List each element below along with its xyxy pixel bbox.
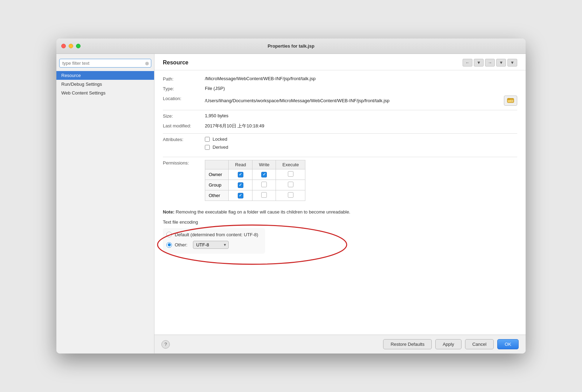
perm-owner-execute[interactable] <box>276 169 305 180</box>
svg-rect-2 <box>507 98 510 100</box>
type-row: Type: File (JSP) <box>163 86 517 91</box>
note-text: Note: Removing the executable flag on a … <box>163 209 517 215</box>
encoding-select[interactable]: UTF-8 UTF-16 ISO-8859-1 US-ASCII <box>193 241 229 249</box>
nav-menu-button[interactable]: ▼ <box>507 59 517 66</box>
svg-rect-3 <box>512 100 513 102</box>
perm-col-write: Write <box>252 160 276 169</box>
apply-button[interactable]: Apply <box>435 339 462 349</box>
locked-label: Locked <box>213 136 227 142</box>
nav-arrows: ← ▼ → ▼ ▼ <box>463 59 517 66</box>
dialog-window: Properties for talk.jsp ⊗ Resource Run/D… <box>56 38 526 354</box>
perm-group-write[interactable] <box>252 180 276 190</box>
bottom-left: ? <box>161 340 170 349</box>
nav-forward-dropdown[interactable]: ▼ <box>496 59 506 66</box>
locked-row: Locked <box>205 136 228 142</box>
main-section-title: Resource <box>163 59 188 66</box>
note-content: Removing the executable flag on a folder… <box>176 209 351 215</box>
modified-value: 2017年6月10日 上午10:18:49 <box>205 123 517 129</box>
default-radio-row: Default (determined from content: UTF-8) <box>166 232 258 237</box>
derived-label: Derived <box>213 145 228 150</box>
modified-row: Last modified: 2017年6月10日 上午10:18:49 <box>163 123 517 129</box>
attributes-label: Attributes: <box>163 136 205 142</box>
filter-input-wrap: ⊗ <box>56 57 154 71</box>
table-row: Other <box>205 190 305 201</box>
location-value: /Users/lihang/Documents/workspace/MicroM… <box>205 98 500 103</box>
sidebar: ⊗ Resource Run/Debug Settings Web Conten… <box>56 54 154 354</box>
size-row: Size: 1,950 bytes <box>163 113 517 119</box>
dialog-body: ⊗ Resource Run/Debug Settings Web Conten… <box>56 54 526 354</box>
encoding-select-wrap: UTF-8 UTF-16 ISO-8859-1 US-ASCII <box>190 241 229 249</box>
perm-owner-write[interactable] <box>252 169 276 180</box>
perm-other-execute[interactable] <box>276 190 305 201</box>
window-controls <box>61 44 81 48</box>
main-scroll-area: Path: /MicroMessage/WebContent/WEB-INF/j… <box>154 70 526 335</box>
other-radio-button[interactable] <box>166 242 172 248</box>
path-value: /MicroMessage/WebContent/WEB-INF/jsp/fro… <box>205 76 517 81</box>
divider-3 <box>163 157 517 157</box>
filter-input-container: ⊗ <box>59 59 151 68</box>
path-row: Path: /MicroMessage/WebContent/WEB-INF/j… <box>163 76 517 82</box>
nav-back-button[interactable]: ← <box>463 59 472 66</box>
encoding-section-label: Text file encoding <box>163 219 517 225</box>
perm-owner-read[interactable] <box>229 169 252 180</box>
help-button[interactable]: ? <box>161 340 170 349</box>
sidebar-item-run-debug[interactable]: Run/Debug Settings <box>56 80 154 89</box>
other-radio-row: Other: UTF-8 UTF-16 ISO-8859-1 US-ASCII <box>166 241 258 249</box>
permissions-table-wrap: Read Write Execute Owner <box>205 160 305 205</box>
type-label: Type: <box>163 86 205 91</box>
type-value: File (JSP) <box>205 86 517 91</box>
restore-defaults-button[interactable]: Restore Defaults <box>383 339 432 349</box>
ok-button[interactable]: OK <box>497 339 519 349</box>
table-row: Owner <box>205 169 305 180</box>
path-label: Path: <box>163 76 205 82</box>
permissions-label: Permissions: <box>163 160 205 166</box>
divider-1 <box>163 110 517 110</box>
nav-back-dropdown[interactable]: ▼ <box>474 59 484 66</box>
perm-role-other: Other <box>205 190 229 201</box>
cancel-button[interactable]: Cancel <box>465 339 494 349</box>
encoding-ellipse-wrap: Default (determined from content: UTF-8)… <box>163 228 265 254</box>
perm-col-role <box>205 160 229 169</box>
main-content: Resource ← ▼ → ▼ ▼ Path: /MicroMessage/W… <box>154 54 526 354</box>
perm-role-group: Group <box>205 180 229 190</box>
filter-input[interactable] <box>59 59 151 68</box>
encoding-section: Text file encoding Default ( <box>163 219 517 254</box>
minimize-button[interactable] <box>69 44 73 48</box>
location-row: Location: /Users/lihang/Documents/worksp… <box>163 96 517 106</box>
table-row: Group <box>205 180 305 190</box>
attributes-row: Attributes: Locked Derived <box>163 136 517 153</box>
title-bar: Properties for talk.jsp <box>56 38 526 54</box>
location-label: Location: <box>163 96 205 101</box>
maximize-button[interactable] <box>76 44 81 48</box>
bottom-bar: ? Restore Defaults Apply Cancel OK <box>154 335 526 354</box>
location-browse-button[interactable] <box>504 96 517 106</box>
size-label: Size: <box>163 113 205 119</box>
perm-other-read[interactable] <box>229 190 252 201</box>
perm-role-owner: Owner <box>205 169 229 180</box>
nav-forward-button[interactable]: → <box>485 59 495 66</box>
filter-clear-icon[interactable]: ⊗ <box>145 61 149 66</box>
other-radio-label: Other: <box>175 242 187 247</box>
sidebar-item-resource[interactable]: Resource <box>56 71 154 80</box>
perm-col-read: Read <box>229 160 252 169</box>
note-label: Note: <box>163 209 174 215</box>
permissions-section: Permissions: Read Write Execute <box>163 160 517 205</box>
perm-group-execute[interactable] <box>276 180 305 190</box>
perm-col-execute: Execute <box>276 160 305 169</box>
locked-checkbox[interactable] <box>205 137 210 142</box>
window-title: Properties for talk.jsp <box>268 43 314 49</box>
default-radio-button[interactable] <box>166 232 172 237</box>
main-header: Resource ← ▼ → ▼ ▼ <box>154 54 526 70</box>
divider-2 <box>163 133 517 134</box>
derived-row: Derived <box>205 145 228 150</box>
modified-label: Last modified: <box>163 123 205 128</box>
default-radio-label: Default (determined from content: UTF-8) <box>175 232 258 237</box>
perm-other-write[interactable] <box>252 190 276 201</box>
close-button[interactable] <box>61 44 66 48</box>
derived-checkbox[interactable] <box>205 145 210 150</box>
perm-group-read[interactable] <box>229 180 252 190</box>
permissions-table: Read Write Execute Owner <box>205 160 305 201</box>
size-value: 1,950 bytes <box>205 113 517 118</box>
attributes-checkboxes: Locked Derived <box>205 136 228 153</box>
sidebar-item-web-content[interactable]: Web Content Settings <box>56 89 154 97</box>
